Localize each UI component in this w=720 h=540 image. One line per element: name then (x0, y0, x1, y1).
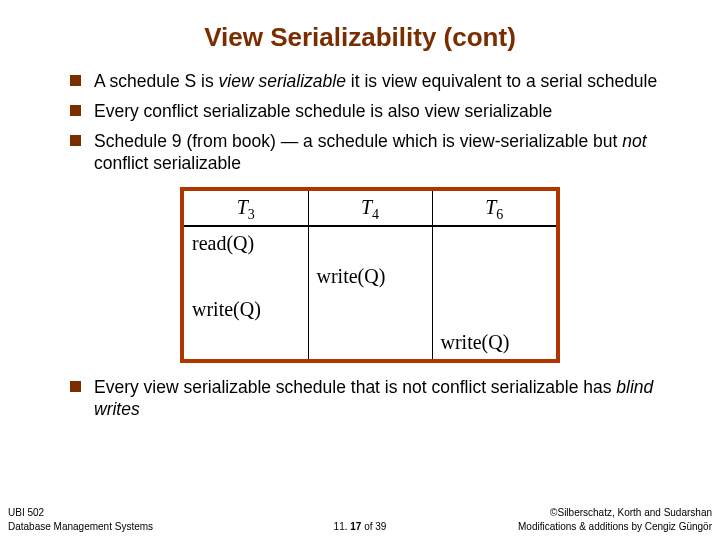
page-prefix: 11. (334, 521, 351, 532)
th-sub: 4 (372, 207, 379, 222)
table-header-row: T3 T4 T6 (184, 191, 556, 227)
cell: write(Q) (432, 326, 556, 359)
text: Schedule 9 (from book) — a schedule whic… (94, 131, 622, 151)
page-suffix: of 39 (361, 521, 386, 532)
table-row: write(Q) (184, 326, 556, 359)
text: Every view serializable schedule that is… (94, 377, 616, 397)
slide: View Serializability (cont) A schedule S… (0, 0, 720, 540)
table-row: write(Q) (184, 293, 556, 326)
col-header: T6 (432, 191, 556, 227)
cell (184, 260, 308, 293)
th-base: T (237, 196, 248, 218)
slide-body: A schedule S is view serializable it is … (0, 71, 720, 421)
th-base: T (485, 196, 496, 218)
th-sub: 6 (496, 207, 503, 222)
page-title: View Serializability (cont) (0, 0, 720, 71)
text-em: view serializable (219, 71, 346, 91)
bullet-3: Schedule 9 (from book) — a schedule whic… (70, 131, 670, 175)
schedule-border: T3 T4 T6 read(Q) write(Q) (180, 187, 560, 364)
bullet-2: Every conflict serializable schedule is … (70, 101, 670, 123)
table-row: write(Q) (184, 260, 556, 293)
cell (432, 260, 556, 293)
schedule-table: T3 T4 T6 read(Q) write(Q) (184, 191, 556, 360)
col-header: T3 (184, 191, 308, 227)
cell (308, 226, 432, 260)
text: it is view equivalent to a serial schedu… (346, 71, 657, 91)
schedule-figure: T3 T4 T6 read(Q) write(Q) (180, 187, 560, 364)
cell: read(Q) (184, 226, 308, 260)
table-row: read(Q) (184, 226, 556, 260)
bullet-4: Every view serializable schedule that is… (70, 377, 670, 421)
cell (308, 293, 432, 326)
footer-credits: Modifications & additions by Cengiz Güng… (518, 521, 712, 532)
footer-copyright: ©Silberschatz, Korth and Sudarshan (550, 507, 712, 518)
col-header: T4 (308, 191, 432, 227)
text: conflict serializable (94, 153, 241, 173)
cell: write(Q) (308, 260, 432, 293)
cell (184, 326, 308, 359)
cell (432, 226, 556, 260)
th-base: T (361, 196, 372, 218)
bullet-1: A schedule S is view serializable it is … (70, 71, 670, 93)
cell: write(Q) (184, 293, 308, 326)
page-current: 17 (350, 521, 361, 532)
text: Every conflict serializable schedule is … (94, 101, 552, 121)
footer-course-code: UBI 502 (8, 507, 44, 518)
text-em: not (622, 131, 646, 151)
th-sub: 3 (248, 207, 255, 222)
cell (432, 293, 556, 326)
text: A schedule S is (94, 71, 219, 91)
cell (308, 326, 432, 359)
